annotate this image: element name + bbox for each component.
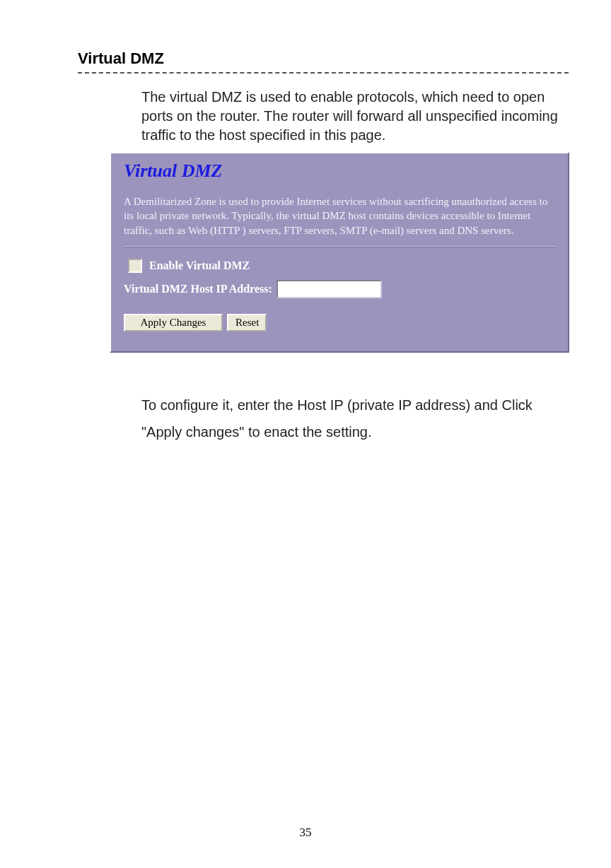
apply-changes-button[interactable]: Apply Changes — [124, 314, 223, 332]
ip-address-row: Virtual DMZ Host IP Address: — [124, 280, 555, 298]
button-row: Apply Changes Reset — [124, 314, 555, 332]
virtual-dmz-panel: Virtual DMZ A Demilitarized Zone is used… — [110, 152, 569, 353]
reset-button[interactable]: Reset — [227, 314, 267, 332]
section-heading: Virtual DMZ — [78, 49, 569, 68]
enable-dmz-checkbox[interactable] — [128, 259, 142, 273]
panel-divider — [124, 246, 555, 247]
enable-dmz-row: Enable Virtual DMZ — [124, 259, 555, 273]
panel-title: Virtual DMZ — [124, 160, 555, 182]
page-number: 35 — [0, 826, 611, 840]
ip-address-label: Virtual DMZ Host IP Address: — [124, 283, 272, 295]
intro-paragraph: The virtual DMZ is used to enable protoc… — [141, 88, 569, 145]
section-divider — [78, 72, 569, 74]
enable-dmz-label: Enable Virtual DMZ — [149, 259, 250, 272]
followup-paragraph: To configure it, enter the Host IP (priv… — [141, 392, 569, 445]
panel-description: A Demilitarized Zone is used to provide … — [124, 194, 555, 237]
ip-address-input[interactable] — [277, 280, 382, 298]
